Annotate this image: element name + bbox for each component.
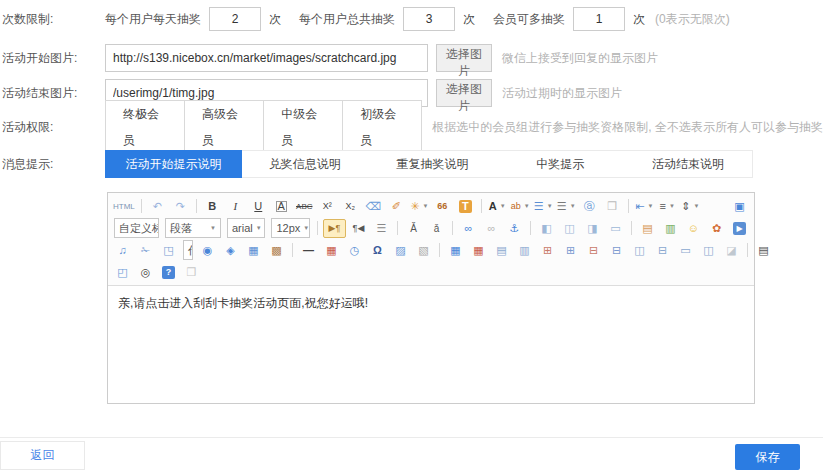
image-align-left-icon[interactable]: ◧ [536,220,557,237]
insert-video-icon[interactable]: ▶ [729,220,750,237]
merge-right-icon[interactable]: ◫ [629,242,650,259]
google-map-icon[interactable]: ◉ [197,242,218,259]
image-manager-icon[interactable]: ▥ [660,220,681,237]
insert-code-file-icon[interactable]: ◳ [158,242,179,259]
editor-content[interactable]: 亲,请点击进入刮刮卡抽奖活动页面,祝您好运哦! [108,286,754,403]
member-option-1[interactable]: 终极会员 [106,101,184,153]
baidu-map-icon[interactable]: ◈ [220,242,241,259]
unordered-list-icon[interactable]: ☰▼ [556,198,577,215]
paragraph-select[interactable]: 段落▼ [165,218,221,238]
underline-icon[interactable]: U [248,198,269,215]
template-icon[interactable]: ▨ [390,242,411,259]
emotion-icon[interactable]: ☺ [683,220,704,237]
message-tab-2[interactable]: 兑奖信息说明 [241,151,369,177]
ordered-list-icon[interactable]: ☰▼ [533,198,554,215]
word-image-icon[interactable]: ❒ [602,198,623,215]
subscript-icon[interactable]: X₂ [340,198,361,215]
table-props-icon[interactable]: ▤ [491,242,512,259]
italic-icon[interactable]: I [225,198,246,215]
border-text-icon[interactable]: A [271,198,292,215]
end-image-hint: 活动过期时的显示图片 [502,85,622,102]
fullscreen-icon[interactable]: ▣ [729,198,750,215]
total-draw-limit-input[interactable] [403,7,455,31]
back-button[interactable]: 返回 [0,441,85,470]
horizontal-rule-icon[interactable]: — [298,242,319,259]
delete-row-icon[interactable]: ⊟ [583,242,604,259]
insert-col-icon[interactable]: ⊞ [560,242,581,259]
paragraph-format-icon[interactable]: ☰ [371,220,392,237]
rtl-paragraph-icon[interactable]: ¶◀ [348,220,369,237]
limits-label: 次数限制: [0,11,105,28]
attachment-icon[interactable]: ✁ [135,242,156,259]
scrawl-icon[interactable]: ✿ [706,220,727,237]
insert-row-icon[interactable]: ⊞ [537,242,558,259]
help-icon[interactable]: ? [158,264,179,281]
cell-props-icon[interactable]: ▥ [514,242,535,259]
paste-icon[interactable]: ❒ [181,264,202,281]
highlight-color-icon[interactable]: ab▼ [510,198,531,215]
blockquote-icon[interactable]: 66 [432,198,453,215]
font-family-select[interactable]: arial▼ [227,218,266,238]
insert-time-icon[interactable]: ◷ [344,242,365,259]
unlink-icon[interactable]: ∞ [481,220,502,237]
image-inline-icon[interactable]: ▭ [605,220,626,237]
search-replace-icon[interactable]: ◎ [135,264,156,281]
daily-draw-limit-input[interactable] [209,7,261,31]
line-height-icon[interactable]: ⇕▼ [680,198,701,215]
end-image-pick-button[interactable]: 选择图片 [436,79,492,107]
total-draw-limit-suffix: 次 [463,11,475,28]
format-brush-icon[interactable]: ✐ [386,198,407,215]
member-extra-draw-limit-input[interactable] [573,7,625,31]
save-button[interactable]: 保存 [735,444,800,470]
insert-table-icon[interactable]: ▦ [445,242,466,259]
member-option-4[interactable]: 初级会员 [342,101,421,153]
font-size-select[interactable]: 12px▼ [271,218,310,238]
page-break-icon[interactable]: ▧ [413,242,434,259]
member-option-2[interactable]: 高级会员 [184,101,263,153]
delete-table-icon[interactable]: ▦ [468,242,489,259]
bold-icon[interactable]: B [202,198,223,215]
superscript-icon[interactable]: X² [317,198,338,215]
preview-icon[interactable]: ◰ [112,264,133,281]
undo-icon[interactable]: ↶ [147,198,168,215]
split-cell-icon[interactable]: ◫ [698,242,719,259]
insert-date-icon[interactable]: ▦ [321,242,342,259]
screenshot-icon[interactable]: ▩ [266,242,287,259]
ltr-paragraph-icon[interactable]: ▶¶ [323,219,346,238]
code-language-select[interactable]: 代码语言▼ [183,240,193,260]
redo-icon[interactable]: ↷ [170,198,191,215]
member-option-3[interactable]: 中级会员 [263,101,342,153]
start-image-pick-button[interactable]: 选择图片 [436,44,492,72]
strikethrough-icon[interactable]: ABC [294,198,315,215]
table-sort-icon[interactable]: ◪ [721,242,742,259]
custom-title-select[interactable]: 自定义标题▼ [114,218,159,238]
case-upper-icon[interactable]: Ǎ [403,220,424,237]
merge-down-icon[interactable]: ⊟ [652,242,673,259]
insert-image-icon[interactable]: ▤ [637,220,658,237]
delete-col-icon[interactable]: ⊟ [606,242,627,259]
message-tab-1[interactable]: 活动开始提示说明 [105,150,242,178]
image-align-right-icon[interactable]: ◨ [582,220,603,237]
case-lower-icon[interactable]: ǎ [426,220,447,237]
font-color-icon[interactable]: A▼ [487,198,508,215]
special-char-icon[interactable]: Ω [367,242,388,259]
anchor-icon[interactable]: ⚓ [504,220,525,237]
image-align-center-icon[interactable]: ◫ [559,220,580,237]
insert-frame-icon[interactable]: ▦ [243,242,264,259]
justify-icon[interactable]: ≡▼ [657,198,678,215]
message-tab-5[interactable]: 活动结束说明 [624,151,752,177]
paste-plain-text-icon[interactable]: T [455,198,476,215]
merge-cells-icon[interactable]: ▭ [675,242,696,259]
music-icon[interactable]: ♫ [112,242,133,259]
message-tab-4[interactable]: 中奖提示 [496,151,624,177]
toolbar-row: HTML↶↷BIUAABCX²X₂⌫✐✳▼66TA▼ab▼☰▼☰▼ⓐ❒⇤▼≡▼⇕… [111,195,751,217]
indent-icon[interactable]: ⇤▼ [634,198,655,215]
auto-typeset-icon[interactable]: ⓐ [579,198,600,215]
message-tab-3[interactable]: 重复抽奖说明 [369,151,497,177]
format-painter-icon[interactable]: ✳▼ [409,198,430,215]
print-icon[interactable]: ▤ [753,242,774,259]
remove-format-icon[interactable]: ⌫ [363,198,384,215]
start-image-input[interactable] [105,44,428,72]
link-icon[interactable]: ∞ [458,220,479,237]
html-source-icon[interactable]: HTML [112,198,136,215]
